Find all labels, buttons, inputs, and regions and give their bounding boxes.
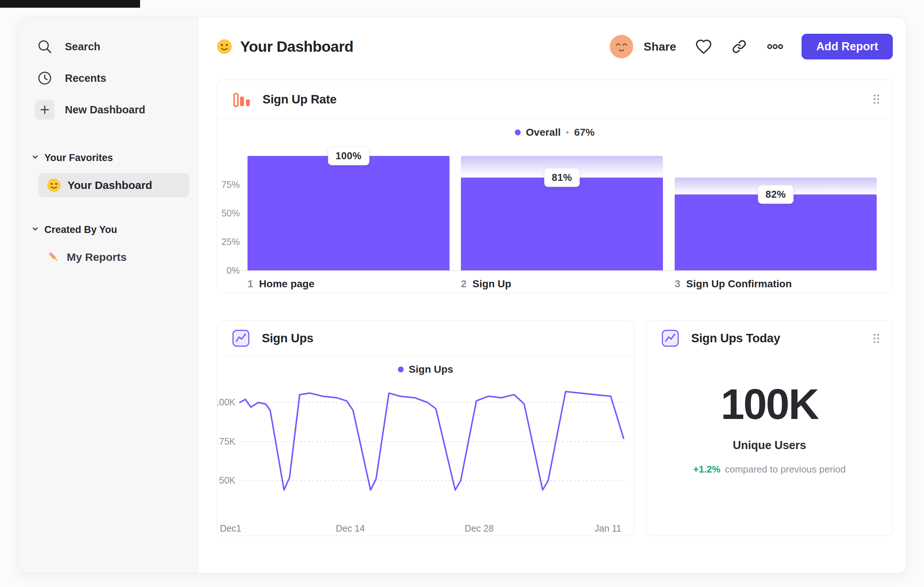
sidebar-section-favorites: Your Favorites Your Dashboard <box>18 147 198 197</box>
funnel-y-tick-label: 25% <box>217 236 240 247</box>
chevron-down-icon <box>31 224 39 236</box>
cards-row: Sign Ups Sign Ups 100K75K50K Dec1Dec 14D… <box>217 320 893 536</box>
main-content: Your Dashboard Share Add Report <box>198 17 906 573</box>
funnel-chart-icon <box>232 90 251 109</box>
card-header: Sign Up Rate <box>217 80 893 119</box>
sidebar-item-label: Search <box>65 41 101 53</box>
funnel-step-label: 1Home page <box>248 278 315 290</box>
sidebar-section-header-created-by-you[interactable]: Created By You <box>18 219 198 240</box>
funnel-value-label: 81% <box>544 169 580 187</box>
funnel-step-index: 3 <box>675 278 681 290</box>
sidebar: Search Recents New Dashboard Your Fa <box>18 17 198 573</box>
sidebar-item-your-dashboard[interactable]: Your Dashboard <box>38 173 189 197</box>
sidebar-item-my-reports[interactable]: My Reports <box>38 245 189 269</box>
funnel-baseline <box>237 270 876 271</box>
signups-line-series[interactable] <box>240 392 624 490</box>
legend-value: 67% <box>574 127 595 138</box>
metric-body: 100K Unique Users +1.2% compared to prev… <box>647 356 893 475</box>
sidebar-item-label: New Dashboard <box>65 104 145 116</box>
dashboard-header: Your Dashboard Share Add Report <box>217 31 893 62</box>
funnel-step-label: 3Sign Up Confirmation <box>675 278 792 290</box>
section-title: Created By You <box>45 224 117 236</box>
funnel-bar[interactable] <box>675 194 877 270</box>
signups-today-card: Sign Ups Today 100K Unique Users +1.2% c… <box>646 320 893 536</box>
signups-card: Sign Ups Sign Ups 100K75K50K Dec1Dec 14D… <box>217 320 634 536</box>
funnel-step-index: 2 <box>461 278 467 290</box>
app-window: Search Recents New Dashboard Your Fa <box>18 17 906 574</box>
line-y-tick-label: 50K <box>219 475 236 485</box>
funnel-step-name: Sign Up Confirmation <box>686 278 792 290</box>
card-header: Sign Ups <box>217 321 634 356</box>
link-icon[interactable] <box>731 38 747 55</box>
line-chart-icon <box>661 329 680 347</box>
sidebar-item-search[interactable]: Search <box>18 31 198 62</box>
funnel-y-tick-label: 75% <box>217 179 240 190</box>
header-actions: Share Add Report <box>610 34 893 60</box>
funnel-value-label: 82% <box>758 185 794 203</box>
sidebar-nav: Search Recents New Dashboard <box>18 31 198 126</box>
funnel-value-label: 100% <box>328 147 369 165</box>
page-title: Your Dashboard <box>240 38 353 55</box>
ellipsis-icon[interactable] <box>766 38 784 55</box>
line-x-labels: Dec1Dec 14Dec 28Jan 11 <box>217 523 634 534</box>
pencil-icon <box>47 251 60 264</box>
sidebar-section-created-by-you: Created By You My Reports <box>18 219 198 269</box>
delta-description: compared to previous period <box>725 464 846 475</box>
card-title: Sign Ups Today <box>691 331 780 345</box>
funnel-step-index: 1 <box>248 278 253 290</box>
signups-chart-svg[interactable]: 100K75K50K <box>217 383 634 508</box>
legend-dot <box>515 129 521 136</box>
sidebar-item-label: Your Dashboard <box>68 179 152 192</box>
line-y-tick-label: 75K <box>219 436 236 446</box>
funnel-bar[interactable] <box>248 156 450 270</box>
smiley-icon <box>217 39 232 54</box>
sidebar-section-header-your-favorites[interactable]: Your Favorites <box>18 147 198 168</box>
funnel-step-label: 2Sign Up <box>461 278 511 290</box>
funnel-step-name: Sign Up <box>473 278 512 290</box>
sidebar-item-new-dashboard[interactable]: New Dashboard <box>18 94 198 126</box>
drag-handle-icon[interactable] <box>873 333 880 344</box>
funnel-bar[interactable] <box>461 178 663 270</box>
line-chart-icon <box>232 329 250 347</box>
sidebar-item-label: Recents <box>65 72 106 84</box>
card-header: Sign Ups Today <box>647 321 893 356</box>
share-button[interactable]: Share <box>644 40 676 54</box>
funnel-y-tick-label: 0% <box>217 265 240 276</box>
metric-label: Unique Users <box>733 439 806 452</box>
search-icon <box>35 37 54 56</box>
line-x-tick-label: Dec 14 <box>336 523 365 534</box>
delta-value: +1.2% <box>693 464 721 475</box>
sidebar-item-label: My Reports <box>67 251 127 263</box>
funnel-y-tick-label: 50% <box>217 208 240 219</box>
smiley-icon <box>47 178 61 192</box>
funnel-step-name: Home page <box>259 278 315 290</box>
heart-icon[interactable] <box>695 38 712 55</box>
signups-chart[interactable]: 100K75K50K Dec1Dec 14Dec 28Jan 11 <box>217 383 634 536</box>
line-x-tick-label: Dec1 <box>220 523 241 534</box>
sidebar-item-recents[interactable]: Recents <box>18 62 198 94</box>
card-title: Sign Ups <box>262 331 314 345</box>
clock-icon <box>35 68 54 88</box>
chevron-down-icon <box>31 152 39 164</box>
avatar[interactable] <box>610 35 633 58</box>
plus-icon <box>35 100 54 120</box>
line-x-tick-label: Jan 11 <box>594 523 621 534</box>
add-report-button[interactable]: Add Report <box>802 34 893 60</box>
signup-rate-card: Sign Up Rate Overall • 67% 75%50%25%0%10… <box>217 79 893 293</box>
funnel-legend: Overall • 67% <box>217 119 893 146</box>
metric-delta-row: +1.2% compared to previous period <box>693 464 846 475</box>
funnel-plot[interactable]: 75%50%25%0%100%1Home page81%2Sign Up82%3… <box>217 146 893 293</box>
titlebar-strip <box>0 0 140 8</box>
card-title: Sign Up Rate <box>262 93 337 106</box>
line-y-tick-label: 100K <box>217 397 235 407</box>
legend-label: Overall <box>526 127 561 138</box>
line-legend: Sign Ups <box>217 356 634 383</box>
metric-value: 100K <box>721 383 818 426</box>
section-title: Your Favorites <box>45 152 113 164</box>
line-x-tick-label: Dec 28 <box>465 523 493 534</box>
drag-handle-icon[interactable] <box>873 94 880 104</box>
legend-label: Sign Ups <box>409 364 453 375</box>
legend-dot <box>398 367 404 372</box>
legend-separator: • <box>566 127 569 137</box>
